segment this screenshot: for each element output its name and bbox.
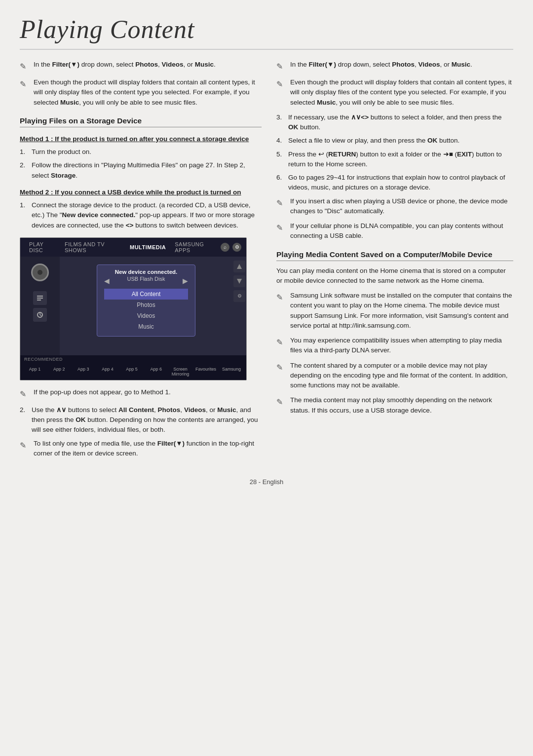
- note-icon-r2: ✎: [276, 78, 287, 90]
- step4-text: Select a file to view or play, and then …: [288, 136, 513, 146]
- bottom-app5: App 5: [120, 365, 144, 378]
- section2-intro: You can play media content on the Home c…: [276, 266, 513, 286]
- step2-num: 2.: [20, 405, 32, 415]
- ui-disc-icon: [31, 264, 49, 281]
- ui-popup-title: New device connected.: [104, 269, 188, 275]
- ui-menu-photos: Photos: [104, 300, 188, 310]
- left-intro-bullet-1-text: In the Filter(▼) drop down, select Photo…: [34, 60, 262, 70]
- right-column: ✎ In the Filter(▼) drop down, select Pho…: [276, 60, 513, 463]
- step2-text: Use the ∧∨ buttons to select All Content…: [32, 405, 262, 435]
- ui-recommended-label: RECOMMENDED: [24, 357, 63, 362]
- right-intro-bullet-1: ✎ In the Filter(▼) drop down, select Pho…: [276, 60, 513, 73]
- nav-play-disc: PLAY DISC: [25, 240, 60, 255]
- note-icon-1: ✎: [20, 61, 31, 73]
- note-icon-s2b2: ✎: [276, 337, 287, 348]
- right-note-bullet-1: ✎ If you insert a disc when playing a US…: [276, 196, 513, 217]
- ui-menu-list: All Content Photos Videos Music: [104, 289, 188, 332]
- step-num: 2.: [20, 160, 32, 170]
- ui-bottom-bar: App 1 App 2 App 3 App 4 App 5 App 6 Scre…: [20, 363, 246, 380]
- right-icon-2: [233, 275, 245, 287]
- right-icon-1: [233, 261, 245, 272]
- nav-samsung-apps: SAMSUNG APPS: [171, 240, 220, 255]
- ui-menu-music: Music: [104, 321, 188, 332]
- ui-menu-videos: Videos: [104, 310, 188, 321]
- ui-popup: New device connected. ◀ USB Flash Disk ▶…: [97, 265, 195, 337]
- ui-right-icons: ⚙: [232, 257, 246, 355]
- ui-icon-search: ⌕: [221, 243, 229, 252]
- step3-text: If necessary, use the ∧∨<> buttons to se…: [288, 113, 513, 133]
- section1-heading: Playing Files on a Storage Device: [20, 116, 262, 127]
- numbered-steps-right: 3. If necessary, use the ∧∨<> buttons to…: [276, 113, 513, 193]
- section2-bullet-3: ✎ The content shared by a computer or a …: [276, 361, 513, 391]
- note-icon-r1: ✎: [276, 61, 287, 73]
- right-intro-bullet-1-text: In the Filter(▼) drop down, select Photo…: [290, 60, 513, 70]
- bottom-app4: App 4: [96, 365, 119, 378]
- svg-marker-7: [237, 279, 242, 284]
- step5-text: Press the ↩ (RETURN) button to exit a fo…: [288, 150, 513, 170]
- step6-num: 6.: [276, 173, 288, 183]
- step4-num: 4.: [276, 136, 288, 146]
- note-icon-s2b3: ✎: [276, 362, 287, 374]
- method2-steps: 1. Connect the storage device to the pro…: [20, 200, 262, 230]
- to-list-bullet: ✎ To list only one type of media file, u…: [20, 439, 262, 459]
- step3-num: 3.: [276, 113, 288, 122]
- left-intro-bullet-1: ✎ In the Filter(▼) drop down, select Pho…: [20, 60, 262, 73]
- method1-steps: 1. Turn the product on. 2. Follow the di…: [20, 147, 262, 181]
- step-4: 4. Select a file to view or play, and th…: [276, 136, 513, 146]
- note-icon-after1: ✎: [20, 388, 31, 400]
- step-6: 6. Go to pages 29~41 for instructions th…: [276, 173, 513, 193]
- step-text: Connect the storage device to the produc…: [32, 200, 262, 230]
- right-note-bullet-2: ✎ If your cellular phone is DLNA compati…: [276, 221, 513, 241]
- ui-popup-arrow: ◀ USB Flash Disk ▶: [104, 276, 188, 286]
- bottom-app2: App 2: [47, 365, 71, 378]
- s2b1-text: Samsung Link software must be installed …: [290, 291, 513, 331]
- ui-disc-inner: [38, 270, 42, 275]
- nav-films: FILMS AND TV SHOWS: [61, 240, 125, 255]
- step6-text: Go to pages 29~41 for instructions that …: [288, 173, 513, 193]
- arrow-right: ▶: [183, 277, 188, 285]
- right-intro-bullet-2-text: Even though the product will display fol…: [290, 77, 513, 108]
- step-5: 5. Press the ↩ (RETURN) button to exit a…: [276, 150, 513, 170]
- nav-multimedia: MULTIMEDIA: [126, 243, 170, 252]
- note-icon-rn2: ✎: [276, 222, 287, 234]
- svg-rect-1: [37, 298, 43, 299]
- ui-sidebar-icon-2: [33, 308, 47, 322]
- section2-bullet-1: ✎ Samsung Link software must be installe…: [276, 291, 513, 331]
- left-intro-bullet-2-text: Even though the product will display fol…: [34, 77, 262, 108]
- right-note-1-text: If you insert a disc when playing a USB …: [290, 196, 513, 217]
- ui-sidebar-icon-1: [33, 291, 47, 305]
- ui-popup-sub: USB Flash Disk: [127, 276, 165, 282]
- ui-recommended-bar: RECOMMENDED: [20, 355, 246, 363]
- svg-rect-0: [37, 296, 43, 297]
- section2-bullet-2: ✎ You may experience compatibility issue…: [276, 336, 513, 356]
- step-text: Turn the product on.: [32, 147, 262, 157]
- bottom-app1: App 1: [23, 365, 46, 378]
- ui-icon-settings: ⚙: [232, 243, 241, 252]
- after-ui-bullet-1: ✎ If the pop-up does not appear, go to M…: [20, 387, 262, 400]
- arrow-left: ◀: [104, 277, 110, 285]
- s2b4-text: The media content may not play smoothly …: [290, 395, 513, 416]
- note-icon-rn1: ✎: [276, 197, 287, 209]
- right-note-2-text: If your cellular phone is DLNA compatibl…: [290, 221, 513, 241]
- step2-item: 2. Use the ∧∨ buttons to select All Cont…: [20, 405, 262, 435]
- s2b3-text: The content shared by a computer or a mo…: [290, 361, 513, 391]
- to-list-text: To list only one type of media file, use…: [34, 439, 262, 459]
- svg-rect-2: [37, 300, 41, 301]
- ui-sidebar-icons: [20, 291, 60, 322]
- left-intro-bullet-2: ✎ Even though the product will display f…: [20, 77, 262, 108]
- step5-num: 5.: [276, 150, 288, 159]
- left-column: ✎ In the Filter(▼) drop down, select Pho…: [20, 60, 262, 463]
- method1-step-2: 2. Follow the directions in "Playing Mul…: [20, 160, 262, 181]
- ui-content-area: New device connected. ◀ USB Flash Disk ▶…: [20, 257, 246, 355]
- section2-bullet-4: ✎ The media content may not play smoothl…: [276, 395, 513, 416]
- step-text: Follow the directions in "Playing Multim…: [32, 160, 262, 181]
- ui-screenshot: PLAY DISC FILMS AND TV SHOWS MULTIMEDIA …: [20, 237, 247, 380]
- s2b2-text: You may experience compatibility issues …: [290, 336, 513, 356]
- method1-step-1: 1. Turn the product on.: [20, 147, 262, 157]
- right-icon-settings: ⚙: [233, 290, 245, 302]
- two-column-layout: ✎ In the Filter(▼) drop down, select Pho…: [20, 60, 513, 463]
- bottom-app3: App 3: [72, 365, 95, 378]
- ui-sidebar: [20, 257, 60, 355]
- method2-heading: Method 2 : If you connect a USB device w…: [20, 188, 262, 197]
- note-icon-s2b4: ✎: [276, 396, 287, 408]
